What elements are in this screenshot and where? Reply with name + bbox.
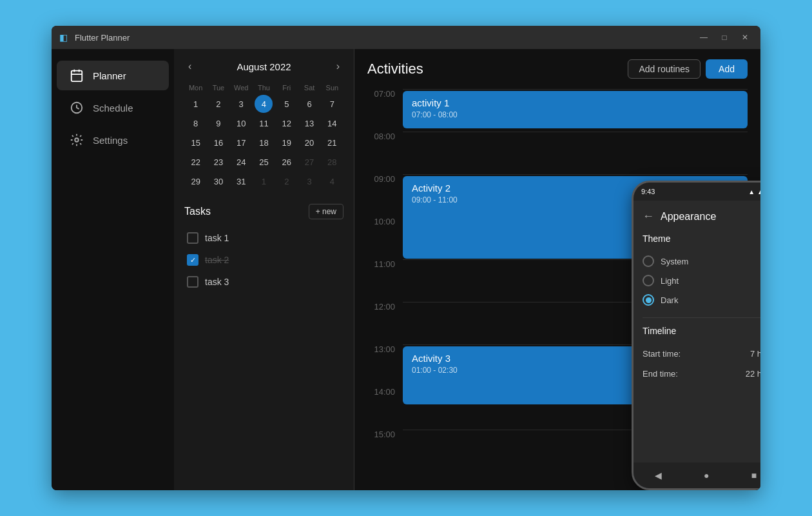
cal-day-21[interactable]: 21 bbox=[323, 134, 341, 152]
phone-shell: 9:43 ▲ ▲ ▮ ← Appearance Theme bbox=[632, 181, 760, 490]
sidebar-schedule-label: Schedule bbox=[93, 103, 133, 114]
cal-day-16[interactable]: 16 bbox=[209, 134, 227, 152]
cal-day-27: 27 bbox=[300, 153, 318, 171]
time-label-13: 13:00 bbox=[367, 344, 403, 354]
maximize-button[interactable]: □ bbox=[717, 30, 732, 45]
time-label-12: 12:00 bbox=[367, 302, 403, 312]
cal-day-7[interactable]: 7 bbox=[323, 95, 341, 113]
activity-card-1[interactable]: activity 1 07:00 - 08:00 bbox=[403, 91, 748, 128]
phone-timeline-section: Timeline bbox=[643, 326, 760, 336]
cal-day-30[interactable]: 30 bbox=[209, 172, 227, 190]
cal-day-5[interactable]: 5 bbox=[278, 95, 296, 113]
cal-day-31[interactable]: 31 bbox=[232, 172, 250, 190]
start-time-value-container[interactable]: 7 h ▾ bbox=[750, 349, 760, 359]
cal-day-23[interactable]: 23 bbox=[209, 153, 227, 171]
cal-day-20[interactable]: 20 bbox=[300, 134, 318, 152]
end-time-value: 22 h bbox=[746, 369, 760, 379]
activities-panel: Activities Add routines Add 07:00 activi… bbox=[354, 49, 760, 490]
task-label-3: task 3 bbox=[205, 277, 229, 287]
cal-day-26[interactable]: 26 bbox=[278, 153, 296, 171]
task-checkbox-3[interactable] bbox=[187, 276, 198, 288]
cal-day-10[interactable]: 10 bbox=[232, 114, 250, 132]
cal-day-4[interactable]: 4 bbox=[255, 95, 273, 113]
minimize-button[interactable]: — bbox=[696, 30, 711, 45]
task-item-1[interactable]: task 1 bbox=[184, 227, 343, 249]
tasks-section: Tasks + new task 1 task 2 task 3 bbox=[184, 204, 343, 480]
sidebar-item-schedule[interactable]: Schedule bbox=[57, 93, 169, 123]
task-checkbox-1[interactable] bbox=[187, 232, 198, 244]
time-label-15: 15:00 bbox=[367, 430, 403, 439]
close-button[interactable]: ✕ bbox=[737, 30, 753, 45]
phone-back-nav-button[interactable]: ◀ bbox=[655, 470, 662, 481]
calendar-grid: Mon Tue Wed Thu Fri Sat Sun 1 2 3 4 5 6 … bbox=[184, 81, 343, 191]
sidebar-item-planner[interactable]: Planner bbox=[57, 61, 169, 90]
task-item-2[interactable]: task 2 bbox=[184, 249, 343, 271]
cal-day-1[interactable]: 1 bbox=[187, 95, 205, 113]
activities-buttons: Add routines Add bbox=[628, 59, 748, 79]
cal-day-14[interactable]: 14 bbox=[323, 114, 341, 132]
new-task-button[interactable]: + new bbox=[309, 204, 343, 219]
tasks-header: Tasks + new bbox=[184, 204, 343, 219]
calendar-month-year: August 2022 bbox=[237, 61, 291, 72]
cal-day-next-4: 4 bbox=[323, 172, 341, 190]
add-routines-button[interactable]: Add routines bbox=[628, 59, 701, 79]
timeline-slot-08 bbox=[403, 132, 748, 174]
cal-day-22[interactable]: 22 bbox=[187, 153, 205, 171]
timeline-slot-07: activity 1 07:00 - 08:00 bbox=[403, 89, 748, 132]
titlebar: ◧ Flutter Planner — □ ✕ bbox=[52, 26, 760, 49]
cal-day-19[interactable]: 19 bbox=[278, 134, 296, 152]
radio-system[interactable]: System bbox=[643, 252, 760, 271]
end-time-value-container[interactable]: 22 h ▾ bbox=[746, 369, 760, 379]
calendar-week-5: 29 30 31 1 2 3 4 bbox=[184, 172, 343, 191]
phone-status-icons: ▲ ▲ ▮ bbox=[748, 188, 760, 195]
cal-day-13[interactable]: 13 bbox=[300, 114, 318, 132]
radio-dark[interactable]: Dark bbox=[643, 290, 760, 310]
phone-screen: ← Appearance Theme System Light bbox=[633, 201, 760, 462]
cal-day-8[interactable]: 8 bbox=[187, 114, 205, 132]
activity-1-time: 07:00 - 08:00 bbox=[412, 110, 739, 119]
calendar-next-button[interactable]: › bbox=[333, 59, 343, 74]
phone-time: 9:43 bbox=[641, 188, 655, 195]
radio-dark-label: Dark bbox=[661, 295, 678, 305]
window-controls: — □ ✕ bbox=[696, 30, 753, 45]
cal-day-12[interactable]: 12 bbox=[278, 114, 296, 132]
start-time-label: Start time: bbox=[643, 349, 681, 359]
cal-day-3[interactable]: 3 bbox=[232, 95, 250, 113]
task-item-3[interactable]: task 3 bbox=[184, 271, 343, 293]
cal-day-6[interactable]: 6 bbox=[300, 95, 318, 113]
day-name-fri: Fri bbox=[275, 81, 298, 94]
calendar-header: ‹ August 2022 › bbox=[184, 59, 343, 74]
cal-day-15[interactable]: 15 bbox=[187, 134, 205, 152]
day-name-sat: Sat bbox=[298, 81, 320, 94]
cal-day-17[interactable]: 17 bbox=[232, 134, 250, 152]
cal-day-29[interactable]: 29 bbox=[187, 172, 205, 190]
phone-back-button[interactable]: ← bbox=[643, 210, 654, 223]
radio-light[interactable]: Light bbox=[643, 271, 760, 290]
time-label-07: 07:00 bbox=[367, 89, 403, 99]
add-button[interactable]: Add bbox=[706, 59, 748, 79]
day-name-mon: Mon bbox=[184, 81, 207, 94]
time-label-14: 14:00 bbox=[367, 387, 403, 397]
cal-day-9[interactable]: 9 bbox=[209, 114, 227, 132]
svg-point-5 bbox=[75, 138, 79, 142]
sidebar-item-settings[interactable]: Settings bbox=[57, 125, 169, 155]
radio-system-circle bbox=[643, 255, 654, 267]
calendar-prev-button[interactable]: ‹ bbox=[184, 59, 195, 74]
sidebar-planner-label: Planner bbox=[93, 70, 126, 81]
calendar-panel: ‹ August 2022 › Mon Tue Wed Thu Fri Sat … bbox=[174, 49, 354, 490]
cal-day-2[interactable]: 2 bbox=[209, 95, 227, 113]
phone-screen-title: Appearance bbox=[661, 211, 716, 223]
cal-day-25[interactable]: 25 bbox=[255, 153, 273, 171]
cal-day-11[interactable]: 11 bbox=[255, 114, 273, 132]
cal-day-24[interactable]: 24 bbox=[232, 153, 250, 171]
sidebar-settings-label: Settings bbox=[93, 135, 128, 146]
phone-recents-button[interactable]: ■ bbox=[751, 470, 757, 481]
task-checkbox-2[interactable] bbox=[187, 254, 198, 266]
phone-home-button[interactable]: ● bbox=[704, 470, 709, 481]
gear-icon bbox=[70, 133, 84, 147]
cal-day-18[interactable]: 18 bbox=[255, 134, 273, 152]
calendar-week-3: 15 16 17 18 19 20 21 bbox=[184, 133, 343, 152]
day-name-tue: Tue bbox=[207, 81, 229, 94]
app-icon: ◧ bbox=[59, 32, 70, 43]
signal-icon: ▲ bbox=[757, 188, 760, 195]
